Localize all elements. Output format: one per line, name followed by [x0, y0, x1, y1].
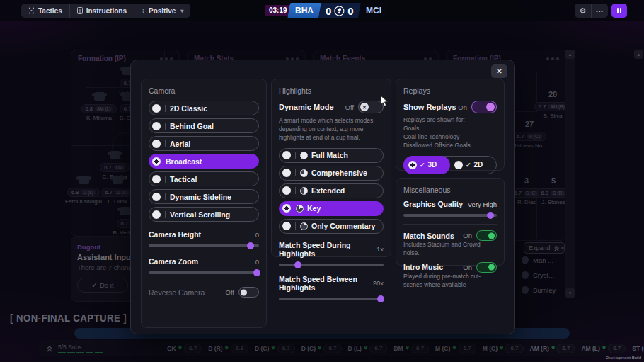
camera-option-dynamic-sideline[interactable]: Dynamic Sideline [149, 189, 259, 204]
camera-option-broadcast[interactable]: Broadcast [149, 154, 259, 169]
slider-thumb[interactable] [253, 269, 260, 276]
highlight-option-extended[interactable]: Extended [279, 183, 384, 198]
divider [295, 152, 296, 159]
close-button[interactable]: ✕ [491, 64, 507, 78]
scoreboard: BHA 0 0 MCI [287, 3, 389, 18]
camera-height-value: 0 [255, 231, 259, 239]
option-label: Tactical [170, 175, 197, 183]
pie-full-icon [300, 152, 308, 159]
miscellaneous-section: Miscellaneous Graphics Quality Very High… [396, 178, 505, 266]
reverse-camera-state: Off [226, 288, 235, 296]
away-goals: 0 [347, 5, 353, 17]
replay-mode-2d[interactable]: ✓ 2D [449, 157, 496, 174]
speed-during-slider[interactable] [279, 264, 384, 266]
camera-section: Camera 2D ClassicBehind GoalAerialBroadc… [141, 79, 267, 328]
radio-icon [408, 161, 417, 169]
dynamic-mode-label: Dynamic Mode [279, 103, 334, 111]
option-label: Full Match [311, 151, 348, 159]
slider-thumb[interactable] [294, 261, 301, 268]
instructions-button[interactable]: Instructions [69, 4, 134, 18]
camera-height-slider[interactable] [149, 244, 259, 247]
more-options-button[interactable]: ••• [591, 4, 608, 18]
toggle-knob [488, 232, 495, 239]
speed-between-slider[interactable] [279, 298, 384, 300]
intro-music-toggle[interactable] [476, 262, 497, 273]
premier-league-logo [334, 6, 345, 16]
check-icon: ✓ [466, 162, 471, 169]
highlight-options: Full MatchComprehensiveExtendedKeyOnly C… [279, 148, 384, 234]
intro-music-description: Played during pre-match cut-scenes where… [403, 273, 497, 290]
option-label: Comprehensive [311, 169, 367, 177]
replay-mode-segmented: ✓ 3D ✓ 2D [403, 156, 497, 174]
reverse-camera-label: Reverse Camera [149, 288, 205, 297]
settings-button[interactable]: ⚙ [575, 4, 591, 18]
top-right-controls: ⚙ ••• [575, 4, 608, 18]
divider [165, 105, 166, 112]
mentality-icon: ↕ [142, 7, 145, 14]
camera-zoom-slider[interactable] [149, 271, 259, 274]
highlight-option-key[interactable]: Key [279, 201, 384, 216]
intro-music-label: Intro Music [403, 263, 443, 271]
highlight-option-only-commentary[interactable]: Only Commentary [279, 219, 384, 234]
divider [295, 222, 296, 230]
graphics-quality-value: Very High [468, 200, 497, 208]
slider-thumb[interactable] [247, 242, 254, 249]
radio-icon [152, 175, 161, 183]
replays-shown-for-intro: Replays are shown for: [403, 116, 497, 125]
radio-icon [152, 157, 161, 166]
replay-mode-3d[interactable]: ✓ 3D [403, 156, 450, 174]
reverse-camera-toggle[interactable] [238, 287, 259, 298]
option-label: 2D Classic [170, 104, 207, 113]
radio-icon [282, 222, 291, 230]
camera-options: 2D ClassicBehind GoalAerialBroadcastTact… [149, 101, 259, 222]
speed-between-label: Match Speed Between Highlights [279, 275, 373, 292]
match-sounds-toggle[interactable] [476, 230, 497, 241]
radio-icon [152, 140, 161, 148]
mentality-dropdown[interactable]: ↕ Positive ▾ [134, 4, 190, 18]
divider [295, 187, 296, 194]
divider [165, 211, 166, 218]
slider-thumb[interactable] [487, 212, 494, 219]
dynamic-mode-description: A smart mode which selects modes dependi… [279, 117, 384, 142]
match-clock: 03:19 [265, 5, 292, 16]
divider [403, 224, 497, 225]
graphics-quality-label: Graphics Quality [403, 200, 463, 208]
pause-button[interactable] [611, 4, 627, 18]
divider [165, 123, 166, 130]
divider [295, 169, 296, 176]
divider [165, 193, 166, 200]
option-label: Broadcast [166, 157, 202, 166]
top-menu-group: Tactics Instructions ↕ Positive ▾ [21, 4, 190, 18]
option-label: Dynamic Sideline [170, 193, 231, 201]
camera-option-vertical-scrolling[interactable]: Vertical Scrolling [149, 207, 259, 222]
toggle-knob: ✕ [360, 103, 369, 111]
pie-half-icon [300, 187, 308, 195]
highlights-section: Highlights Dynamic Mode Off ✕ A smart mo… [271, 79, 391, 257]
replays-section: Replays Show Replays On Replays are show… [396, 79, 505, 171]
graphics-quality-slider[interactable] [403, 214, 497, 217]
option-label: Extended [311, 186, 345, 195]
camera-option-behind-goal[interactable]: Behind Goal [149, 118, 259, 133]
capture-watermark: [ NON-FINAL CAPTURE ] [10, 312, 127, 324]
show-replays-toggle[interactable] [471, 101, 497, 113]
replays-shown-for-list: GoalsGoal-line TechnologyDisallowed Offs… [403, 125, 497, 150]
option-label: Key [307, 204, 321, 213]
toggle-knob [486, 103, 495, 111]
radio-icon [152, 210, 161, 219]
highlight-option-full-match[interactable]: Full Match [279, 148, 384, 163]
replays-section-title: Replays [403, 86, 497, 95]
divider [165, 140, 166, 147]
mouse-cursor [380, 95, 389, 107]
camera-option-tactical[interactable]: Tactical [149, 171, 259, 186]
camera-option-aerial[interactable]: Aerial [149, 136, 259, 151]
dev-build-label: Development Build [606, 356, 641, 360]
tactics-button[interactable]: Tactics [21, 4, 69, 18]
highlight-option-comprehensive[interactable]: Comprehensive [279, 166, 384, 181]
slider-thumb[interactable] [377, 295, 384, 302]
camera-option-2d-classic[interactable]: 2D Classic [149, 101, 259, 115]
score-display: 0 0 [318, 3, 361, 18]
speed-during-label: Match Speed During Highlights [279, 241, 376, 258]
divider [165, 176, 166, 183]
away-team-badge: MCI [358, 3, 389, 18]
pause-icon [620, 8, 621, 13]
